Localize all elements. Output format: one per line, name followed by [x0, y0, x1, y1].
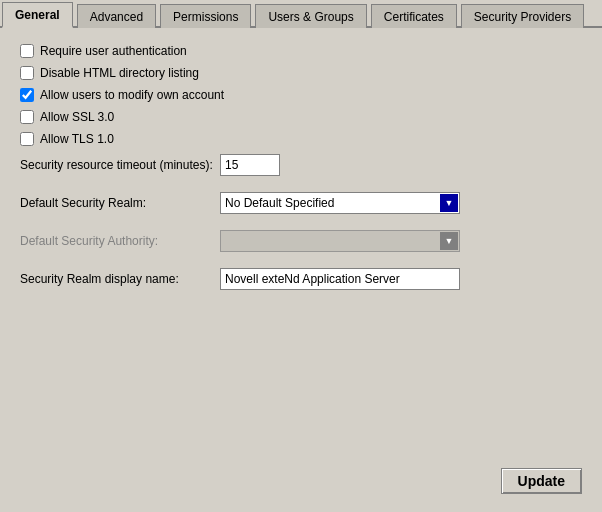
authority-select[interactable] [220, 230, 460, 252]
tab-security-providers[interactable]: Security Providers [461, 4, 584, 28]
tab-users---groups[interactable]: Users & Groups [255, 4, 366, 28]
checkbox-label: Allow TLS 1.0 [40, 132, 114, 146]
realm-select[interactable]: No Default Specified [220, 192, 460, 214]
timeout-input[interactable] [220, 154, 280, 176]
content-area: Require user authenticationDisable HTML … [0, 28, 602, 510]
checkbox-label: Allow users to modify own account [40, 88, 224, 102]
tab-permissions[interactable]: Permissions [160, 4, 251, 28]
display-name-input[interactable] [220, 268, 460, 290]
checkbox-row: Allow SSL 3.0 [20, 110, 582, 124]
authority-row: Default Security Authority: [20, 230, 582, 252]
timeout-label: Security resource timeout (minutes): [20, 158, 220, 172]
display-name-label: Security Realm display name: [20, 272, 220, 286]
tab-advanced[interactable]: Advanced [77, 4, 156, 28]
tab-certificates[interactable]: Certificates [371, 4, 457, 28]
checkbox-label: Allow SSL 3.0 [40, 110, 114, 124]
checkbox-allow-ssl-3-0[interactable] [20, 110, 34, 124]
authority-label: Default Security Authority: [20, 234, 220, 248]
checkbox-label: Require user authentication [40, 44, 187, 58]
timeout-row: Security resource timeout (minutes): [20, 154, 582, 176]
checkbox-row: Disable HTML directory listing [20, 66, 582, 80]
display-name-row: Security Realm display name: [20, 268, 582, 290]
checkbox-row: Allow users to modify own account [20, 88, 582, 102]
realm-select-wrapper: No Default Specified [220, 192, 460, 214]
checkbox-row: Allow TLS 1.0 [20, 132, 582, 146]
realm-row: Default Security Realm: No Default Speci… [20, 192, 582, 214]
checkboxes-section: Require user authenticationDisable HTML … [20, 44, 582, 146]
checkbox-allow-tls-1-0[interactable] [20, 132, 34, 146]
authority-select-wrapper [220, 230, 460, 252]
realm-label: Default Security Realm: [20, 196, 220, 210]
checkbox-label: Disable HTML directory listing [40, 66, 199, 80]
checkbox-require-user-authentication[interactable] [20, 44, 34, 58]
tab-general[interactable]: General [2, 2, 73, 28]
update-button[interactable]: Update [501, 468, 582, 494]
checkbox-allow-users-to-modify-own-account[interactable] [20, 88, 34, 102]
checkbox-disable-html-directory-listing[interactable] [20, 66, 34, 80]
checkbox-row: Require user authentication [20, 44, 582, 58]
tab-bar: GeneralAdvancedPermissionsUsers & Groups… [0, 0, 602, 28]
